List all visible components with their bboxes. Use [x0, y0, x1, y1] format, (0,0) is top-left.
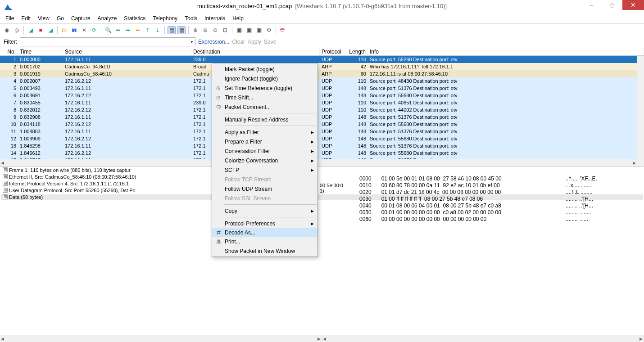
menu-item-follow-udp-stream[interactable]: Follow UDP Stream [212, 184, 317, 194]
col-protocol[interactable]: Protocol [320, 48, 345, 55]
detail-line[interactable]: Frame 1: 110 bytes on wire (880 bits), 1… [1, 167, 643, 174]
resize-cols-icon[interactable]: ⊡ [221, 26, 229, 34]
save-link[interactable]: Save [264, 39, 276, 45]
menu-item-apply-as-filter[interactable]: Apply as Filter▶ [212, 127, 317, 137]
menu-edit[interactable]: Edit [18, 14, 33, 22]
last-icon[interactable]: ⤓ [154, 26, 162, 34]
menu-item-decode-as[interactable]: ⇄Decode As... [212, 228, 317, 237]
menu-item-colorize-conversation[interactable]: Colorize Conversation▶ [212, 156, 317, 165]
hscrollbar[interactable]: ◀▶ [0, 159, 637, 166]
open-icon[interactable]: 🗁 [60, 26, 68, 34]
packet-list-header: No. Time Source Destination Protocol Len… [0, 48, 644, 56]
packet-row[interactable]: 20.001702CadmusCo_94:8d:1fBroadARP42Who … [0, 63, 644, 70]
zoom11-icon[interactable]: ⊜ [211, 26, 219, 34]
packet-row[interactable]: 90.832908172.16.1.11172.1UDP148Source po… [0, 113, 644, 121]
menu-file[interactable]: File [3, 14, 17, 22]
col-source[interactable]: Source [63, 48, 191, 55]
autoscroll-icon[interactable]: ▦ [177, 26, 186, 34]
apply-link[interactable]: Apply [248, 39, 261, 45]
find-icon[interactable]: 🔍 [104, 26, 112, 34]
packet-row[interactable]: 40.002007172.16.2.12172.1UDP110Source po… [0, 77, 644, 85]
packet-row[interactable]: 70.830455172.16.1.11239.0UDP110Source po… [0, 99, 644, 106]
hex-row[interactable]: 0030 01 00 ff ff ff ff ff ff 08 00 27 5b… [359, 196, 637, 202]
hex-row[interactable]: 0020 01 01 d7 dc 21 18 00 4c 00 00 08 00… [359, 189, 637, 196]
start-icon[interactable]: ◢ [27, 26, 35, 34]
vscrollbar[interactable] [637, 56, 644, 166]
clear-link[interactable]: Clear [232, 39, 245, 45]
goto-icon[interactable]: ➥ [134, 26, 142, 34]
packet-row[interactable]: 141.846612172.16.2.12172.1UDP148Source p… [0, 149, 644, 157]
packet-row[interactable]: 30.001919CadmusCo_58:46:10CadmuARP60172.… [0, 70, 644, 77]
menu-telephony[interactable]: Telephony [150, 14, 180, 22]
menu-tools[interactable]: Tools [182, 14, 200, 22]
capfilter-icon[interactable]: ▣ [235, 26, 243, 34]
menu-item-print[interactable]: 🖶Print... [212, 237, 317, 246]
menubar: FileEditViewGoCaptureAnalyzeStatisticsTe… [0, 14, 644, 23]
filter-dropdown-icon[interactable]: ▾ [188, 38, 195, 46]
col-info[interactable]: Info [368, 48, 644, 55]
context-menu: Mark Packet (toggle)Ignore Packet (toggl… [212, 63, 318, 257]
filter-input[interactable] [20, 38, 188, 46]
help-icon[interactable]: ⛑ [279, 26, 287, 34]
prefs-icon[interactable]: ⚙ [265, 26, 273, 34]
hex-row[interactable]: 0060 00 00 00 00 00 00 00 00 00 00 00 00… [359, 216, 637, 223]
zoomin-icon[interactable]: ⊕ [191, 26, 200, 34]
menu-item-ignore-packet-toggle[interactable]: Ignore Packet (toggle) [212, 74, 317, 83]
close-button[interactable]: ✕ [622, 0, 644, 10]
hex-row[interactable]: 0010 00 60 80 78 00 00 0a 11 92 e2 ac 10… [359, 182, 637, 189]
stop-icon[interactable]: ■ [36, 26, 45, 34]
options-icon[interactable]: ◎ [13, 26, 21, 34]
reload-icon[interactable]: ⟳ [90, 26, 98, 34]
col-length[interactable]: Length [345, 48, 368, 55]
hex-row[interactable]: 0000 01 00 5e 00 01 01 08 00 27 58 46 10… [359, 176, 637, 182]
packet-row[interactable]: 131.845298172.16.1.11172.1UDP148Source p… [0, 142, 644, 149]
menu-item-show-packet-in-new-window[interactable]: Show Packet in New Window [212, 246, 317, 256]
packet-row[interactable]: 111.008883172.16.1.11172.1UDP148Source p… [0, 128, 644, 135]
menu-item-prepare-a-filter[interactable]: Prepare a Filter▶ [212, 137, 317, 146]
menu-item-sctp[interactable]: SCTP▶ [212, 165, 317, 175]
expression-link[interactable]: Expression... [198, 39, 229, 45]
packet-row[interactable]: 121.009909172.16.2.12172.1UDP148Source p… [0, 135, 644, 142]
minimize-button[interactable]: ─ [581, 0, 602, 10]
close-file-icon[interactable]: ✕ [80, 26, 88, 34]
col-time[interactable]: Time [18, 48, 63, 55]
menu-analyze[interactable]: Analyze [95, 14, 120, 22]
col-no[interactable]: No. [0, 48, 18, 55]
interfaces-icon[interactable]: ◉ [3, 26, 11, 34]
back-icon[interactable]: ⬅ [114, 26, 122, 34]
packet-row[interactable]: 80.832012172.16.2.12172.1UDP110Source po… [0, 106, 644, 113]
zoomout-icon[interactable]: ⊖ [201, 26, 209, 34]
packet-row[interactable]: 100.834118172.16.2.12172.1UDP148Source p… [0, 121, 644, 128]
menu-item-conversation-filter[interactable]: Conversation Filter▶ [212, 146, 317, 156]
col-destination[interactable]: Destination [191, 48, 320, 55]
bottom-scroll[interactable]: ◀▶ ◀▶ [0, 335, 644, 342]
menu-item-time-shift[interactable]: ◷Time Shift... [212, 93, 317, 102]
menu-item-protocol-preferences[interactable]: Protocol Preferences▶ [212, 219, 317, 228]
titlebar: multicast-vxlan_router-01_em1.pcap [Wire… [0, 0, 644, 14]
packet-row[interactable]: 60.004691172.16.2.12172.1UDP148Source po… [0, 92, 644, 99]
maximize-button[interactable]: ▢ [602, 0, 622, 10]
packet-row[interactable]: 10.000000172.16.1.11239.0UDP110Source po… [0, 56, 644, 63]
forward-icon[interactable]: ➡ [124, 26, 132, 34]
menu-go[interactable]: Go [54, 14, 67, 22]
menu-capture[interactable]: Capture [68, 14, 93, 22]
menu-statistics[interactable]: Statistics [121, 14, 148, 22]
menu-view[interactable]: View [35, 14, 52, 22]
dispfilter-icon[interactable]: ▣ [245, 26, 253, 34]
coloring-icon[interactable]: ▣ [255, 26, 263, 34]
colorize-icon[interactable]: ▤ [168, 26, 176, 34]
restart-icon[interactable]: ◢ [46, 26, 54, 34]
packet-list-pane: 10.000000172.16.1.11239.0UDP110Source po… [0, 56, 644, 166]
menu-help[interactable]: Help [230, 14, 246, 22]
packet-row[interactable]: 50.003493172.16.1.11172.1UDP148Source po… [0, 85, 644, 92]
hex-row[interactable]: 0050 00 01 00 00 00 00 00 00 c0 a8 00 02… [359, 209, 637, 216]
menu-internals[interactable]: Internals [202, 14, 228, 22]
menu-item-copy[interactable]: Copy▶ [212, 206, 317, 216]
hex-row[interactable]: 0040 00 01 08 00 06 04 00 01 08 00 27 5b… [359, 202, 637, 209]
menu-item-set-time-reference-toggle[interactable]: ◷Set Time Reference (toggle) [212, 83, 317, 93]
first-icon[interactable]: ⤒ [144, 26, 152, 34]
menu-item-manually-resolve-address[interactable]: Manually Resolve Address [212, 115, 317, 124]
save-icon[interactable]: 🖬 [70, 26, 78, 34]
menu-item-packet-comment[interactable]: 🗨Packet Comment... [212, 102, 317, 112]
menu-item-mark-packet-toggle[interactable]: Mark Packet (toggle) [212, 64, 317, 74]
